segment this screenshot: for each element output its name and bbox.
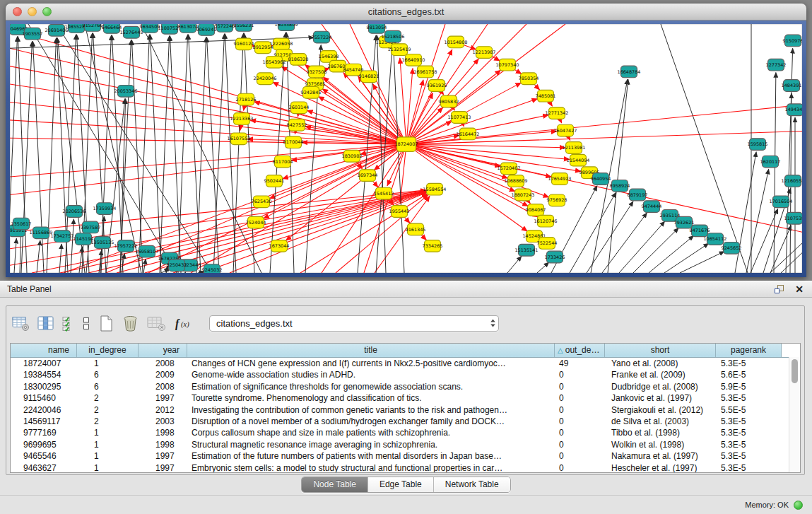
graph-edge[interactable] (185, 272, 186, 273)
column-header-in_degree[interactable]: in_degree (77, 344, 139, 357)
cell-name[interactable]: 9465546 (11, 450, 77, 462)
graph-node[interactable]: 11544094 (567, 154, 590, 166)
delete-table-icon[interactable] (122, 313, 139, 333)
column-header-title[interactable]: title (187, 344, 555, 357)
graph-node[interactable]: 7334265 (423, 240, 443, 252)
graph-edge[interactable] (735, 152, 756, 273)
graph-node[interactable]: 20206536 (63, 206, 86, 218)
table-row[interactable]: 1938455462009Genome-wide association stu… (11, 369, 800, 380)
graph-node[interactable]: 7932621 (674, 216, 695, 228)
graph-node[interactable]: 16961758 (414, 66, 437, 78)
graph-node[interactable]: 9160124 (234, 38, 254, 50)
graph-node[interactable]: 17957222 (114, 240, 138, 252)
cell-year[interactable]: 1997 (139, 462, 187, 473)
float-panel-icon[interactable] (774, 284, 785, 295)
graph-edge[interactable] (60, 191, 426, 273)
graph-node[interactable]: 12771342 (546, 107, 569, 119)
graph-edge[interactable] (120, 40, 131, 273)
function-builder-icon[interactable]: f(x) (174, 313, 193, 333)
cell-in_degree[interactable]: 1 (77, 358, 139, 369)
graph-node[interactable]: 8427552 (287, 119, 307, 131)
cell-title[interactable]: Embryonic stem cells: a model to study s… (187, 462, 555, 473)
graph-node[interactable]: 17654923 (548, 173, 572, 185)
table-row[interactable]: 1830029562008Estimation of significance … (11, 381, 800, 392)
graph-node[interactable]: 9361925 (427, 80, 447, 92)
graph-node[interactable]: 8250432 (167, 259, 187, 271)
graph-node[interactable]: 1955443 (389, 206, 410, 218)
graph-node[interactable]: 10654112 (704, 233, 727, 245)
cell-year[interactable]: 2003 (139, 416, 187, 427)
graph-node[interactable]: 16543962 (263, 56, 286, 68)
column-header-pagerank[interactable]: pagerank (716, 344, 782, 357)
graph-edge[interactable] (178, 35, 188, 273)
memory-status-indicator[interactable] (794, 501, 803, 510)
graph-edge[interactable] (10, 37, 18, 273)
cell-pagerank[interactable]: 5.3E-5 (716, 416, 782, 427)
cell-in_degree[interactable]: 2 (77, 392, 139, 404)
cell-out_de[interactable]: 0 (555, 369, 605, 380)
graph-node[interactable]: 18724007 (395, 137, 418, 152)
cell-year[interactable]: 1998 (139, 439, 187, 450)
graph-edge[interactable] (680, 252, 724, 273)
graph-edge[interactable] (649, 235, 694, 273)
graph-node[interactable]: 12213987 (473, 47, 496, 59)
cell-year[interactable]: 2008 (139, 381, 187, 392)
cell-out_de[interactable]: 49 (555, 358, 605, 369)
cell-year[interactable]: 2008 (139, 358, 187, 369)
graph-edge[interactable] (781, 253, 802, 273)
tab-node-table[interactable]: Node Table (302, 477, 368, 492)
cell-pagerank[interactable]: 5.3E-5 (716, 358, 782, 369)
graph-node[interactable]: 16164472 (457, 128, 480, 140)
cell-pagerank[interactable]: 5.3E-5 (716, 450, 782, 462)
graph-node[interactable]: 1350617 (11, 218, 32, 230)
graph-edge[interactable] (406, 144, 551, 177)
window-titlebar[interactable]: citations_edges.txt (6, 4, 806, 21)
table-row[interactable]: 946362711997Embryonic stem cells: a mode… (11, 462, 800, 473)
table-row[interactable]: 946554611997Estimation of the future num… (11, 450, 800, 462)
graph-edge[interactable] (254, 102, 406, 144)
cell-in_degree[interactable]: 6 (77, 369, 139, 380)
graph-node[interactable]: 10688609 (505, 175, 528, 187)
graph-edge[interactable] (664, 243, 709, 273)
graph-node[interactable]: 1595815 (748, 139, 768, 151)
graph-node[interactable]: 9146821 (359, 71, 379, 83)
graph-edge[interactable] (602, 213, 647, 273)
cell-title[interactable]: Changes of HCN gene expression and I(f) … (187, 358, 555, 369)
graph-node[interactable]: 11156869 (30, 227, 53, 239)
graph-node[interactable]: 2718126 (236, 93, 257, 105)
cell-in_degree[interactable]: 2 (77, 404, 139, 416)
graph-node[interactable]: 13505135 (91, 237, 114, 249)
cell-short[interactable]: Franke et al. (2009) (605, 369, 716, 380)
column-header-short[interactable]: short (605, 344, 716, 357)
graph-node[interactable]: 7522544 (537, 238, 558, 250)
cell-title[interactable]: Structural magnetic resonance image aver… (187, 439, 555, 450)
table-row[interactable]: 977716911998Corpus callosum shape and si… (11, 427, 800, 438)
graph-node[interactable]: 16958107 (136, 245, 159, 257)
graph-node[interactable]: 1277342 (766, 59, 787, 71)
cell-year[interactable]: 1998 (139, 427, 187, 438)
graph-node[interactable]: 17016504 (770, 196, 793, 208)
cell-title[interactable]: Estimation of significance thresholds fo… (187, 381, 555, 392)
graph-node[interactable]: 8556231 (234, 24, 254, 31)
graph-edge[interactable] (250, 120, 406, 144)
network-view-canvas[interactable]: 1872400715584554916012489129541222605891… (10, 24, 802, 273)
cell-out_de[interactable]: 0 (555, 392, 605, 404)
graph-node[interactable]: 8170044 (283, 136, 304, 148)
graph-node[interactable]: 1620117 (760, 156, 781, 168)
graph-node[interactable]: 6466464 (102, 24, 122, 33)
cell-short[interactable]: Yano et al. (2008) (605, 358, 716, 369)
table-row[interactable]: 911546021997Tourette syndrome. Phenomeno… (11, 392, 800, 404)
graph-node[interactable]: 22420046 (254, 73, 277, 85)
cell-in_degree[interactable]: 1 (77, 450, 139, 462)
graph-node[interactable]: 9756928 (547, 194, 567, 206)
graph-edge[interactable] (244, 33, 254, 273)
cell-short[interactable]: Jankovic et al. (1997) (605, 392, 716, 404)
graph-edge[interactable] (20, 231, 21, 273)
cell-out_de[interactable]: 0 (555, 381, 605, 392)
graph-node[interactable]: 16120746 (534, 215, 558, 227)
cell-short[interactable]: Dudbridge et al. (2008) (605, 381, 716, 392)
graph-node[interactable]: 12113981 (563, 142, 586, 154)
graph-node[interactable]: 15720407 (498, 163, 521, 175)
graph-node[interactable]: 6879197 (628, 189, 648, 201)
cell-pagerank[interactable]: 5.9E-5 (716, 381, 782, 392)
